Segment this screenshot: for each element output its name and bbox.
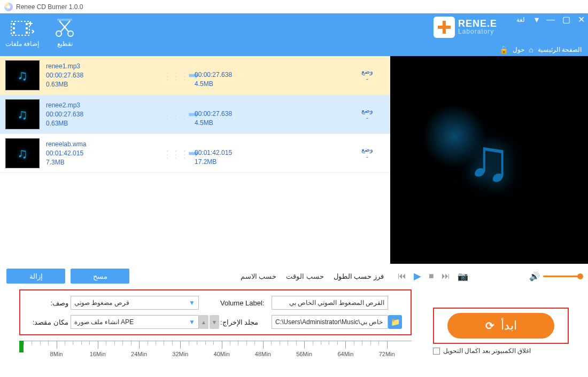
settings-panel: :وصف قرص مضغوط صوتي▼ Volume Label: القرص…	[19, 289, 412, 335]
refresh-icon: ⟳	[485, 319, 494, 332]
file-duration: 00:00:27.638	[46, 72, 163, 79]
preview-music-icon: ♫	[467, 126, 512, 194]
start-label: ابدأ	[501, 319, 517, 333]
stop-button[interactable]: ■	[429, 271, 434, 281]
volume-slider[interactable]	[543, 276, 581, 277]
clear-button[interactable]: مسح	[71, 269, 129, 284]
caret-down-icon: ▼	[189, 318, 195, 326]
timeline-label: 16Min	[90, 351, 106, 357]
svg-point-7	[56, 31, 61, 36]
file-list: ♫ renee1.mp3 00:00:27.638 0.63MB ⋮⋮⋮➡ 00…	[0, 56, 390, 264]
timeline-label: 40Min	[214, 351, 230, 357]
file-row[interactable]: ♫ reneelab.wma 00:01:42.015 7.3MB ⋮⋮⋮➡ 0…	[0, 134, 390, 173]
film-plus-icon	[10, 18, 35, 39]
maximize-button[interactable]: ▢	[562, 14, 570, 25]
timeline-label: 64Min	[337, 351, 353, 357]
file-duration: 00:00:27.638	[46, 111, 163, 118]
volume-label-input[interactable]: القرص المضغوط الصوتي الخاص بي	[272, 296, 388, 310]
output-folder-value: C:\Users\Administrator\Music\خاص بي	[275, 318, 383, 326]
svg-rect-5	[26, 27, 28, 29]
file-size: 0.63MB	[46, 120, 163, 127]
app-disc-icon	[4, 3, 13, 11]
music-note-icon: ♫	[17, 145, 28, 162]
volume-label-value: القرص المضغوط الصوتي الخاص بي	[289, 299, 384, 307]
arrow-icon: ⋮⋮⋮➡	[163, 107, 195, 122]
move-up-button[interactable]: ▲	[199, 315, 208, 329]
dest-select[interactable]: انشاء ملف صورة APE▼	[71, 315, 199, 329]
desc-value: قرص مضغوط صوتي	[74, 299, 129, 307]
file-row[interactable]: ♫ renee2.mp3 00:00:27.638 0.63MB ⋮⋮⋮➡ 00…	[0, 95, 390, 134]
status-value: -	[353, 153, 382, 161]
timeline-label: 32Min	[172, 351, 188, 357]
svg-rect-2	[13, 27, 15, 29]
browse-folder-button[interactable]: 📁	[388, 315, 402, 329]
out-duration: 00:00:27.638	[195, 71, 285, 78]
timeline-label: 8Min	[50, 351, 63, 357]
svg-rect-3	[13, 32, 15, 34]
out-duration: 00:01:42.015	[195, 149, 285, 156]
svg-rect-6	[26, 32, 28, 34]
language-caret-icon[interactable]: ▾	[535, 14, 539, 25]
home-link[interactable]: الصفحة الرئيسية	[538, 46, 582, 53]
desc-label: :وصف	[28, 299, 71, 307]
volume-label-label: Volume Label:	[220, 299, 272, 307]
timeline-label: 48Min	[255, 351, 271, 357]
minimize-button[interactable]: —	[546, 15, 555, 25]
svg-rect-9	[57, 19, 72, 21]
add-files-button[interactable]: إضافة ملفات	[5, 18, 39, 56]
cut-button[interactable]: تقطيع	[52, 18, 77, 56]
status-value: -	[353, 114, 382, 122]
file-size: 7.3MB	[46, 159, 163, 166]
volume-icon[interactable]: 🔊	[529, 271, 540, 281]
file-thumb: ♫	[5, 99, 40, 129]
move-down-button[interactable]: ▼	[210, 315, 219, 329]
brand-sub: Laboratory	[458, 28, 497, 35]
timeline-label: 24Min	[131, 351, 147, 357]
brand-logo: RENE.E Laboratory	[434, 17, 497, 38]
dest-label: :مكان مقصد	[28, 318, 71, 326]
svg-point-8	[68, 31, 73, 36]
language-button[interactable]: لغة	[516, 16, 525, 23]
next-button[interactable]: ⏭	[442, 271, 450, 281]
title-bar: Renee CD Burner 1.0.0	[0, 0, 588, 13]
svg-rect-1	[13, 23, 15, 25]
scissors-icon	[52, 18, 77, 39]
status-label: وضع	[353, 68, 382, 75]
about-link[interactable]: حول	[513, 46, 524, 53]
shutdown-label: اغلاق الكمبيوتر بعد اكمال التحويل	[443, 347, 531, 355]
status-value: -	[353, 75, 382, 83]
desc-select[interactable]: قرص مضغوط صوتي▼	[71, 296, 199, 310]
dest-value: انشاء ملف صورة APE	[74, 318, 134, 326]
shutdown-checkbox[interactable]	[433, 348, 440, 355]
file-size: 0.63MB	[46, 81, 163, 88]
add-files-label: إضافة ملفات	[5, 40, 39, 48]
remove-button[interactable]: إزالة	[6, 269, 65, 284]
progress-bar	[19, 341, 24, 352]
file-thumb: ♫	[5, 60, 40, 90]
file-name: renee1.mp3	[46, 62, 163, 70]
arrow-icon: ⋮⋮⋮➡	[163, 68, 195, 83]
lock-icon: 🔒	[499, 45, 508, 54]
output-folder-label: :مجلد الإخراج	[220, 318, 272, 326]
status-label: وضع	[353, 107, 382, 114]
caret-down-icon: ▼	[189, 299, 195, 307]
music-note-icon: ♫	[17, 67, 28, 84]
start-box: ⟳ ابدأ	[433, 308, 569, 344]
timeline-ruler: 8Min16Min24Min32Min40Min48Min56Min64Min7…	[19, 339, 412, 363]
output-folder-input[interactable]: C:\Users\Administrator\Music\خاص بي	[272, 315, 388, 329]
home-icon: ⌂	[529, 45, 533, 54]
music-note-icon: ♫	[17, 106, 28, 123]
player-controls: ⏮ ▶ ■ ⏭ 📷 🔊	[390, 264, 588, 288]
snapshot-button[interactable]: 📷	[458, 271, 468, 281]
preview-panel: ♫	[390, 56, 588, 264]
file-name: renee2.mp3	[46, 101, 163, 109]
sort-by-time[interactable]: حسب الوقت	[286, 272, 324, 280]
prev-button[interactable]: ⏮	[398, 271, 406, 281]
start-button[interactable]: ⟳ ابدأ	[447, 313, 554, 339]
file-row[interactable]: ♫ renee1.mp3 00:00:27.638 0.63MB ⋮⋮⋮➡ 00…	[0, 56, 390, 95]
close-button[interactable]: ✕	[578, 14, 585, 25]
sort-by-name[interactable]: حسب الاسم	[241, 272, 277, 280]
medkit-icon	[434, 17, 455, 38]
play-button[interactable]: ▶	[414, 270, 421, 282]
svg-rect-4	[26, 23, 28, 25]
